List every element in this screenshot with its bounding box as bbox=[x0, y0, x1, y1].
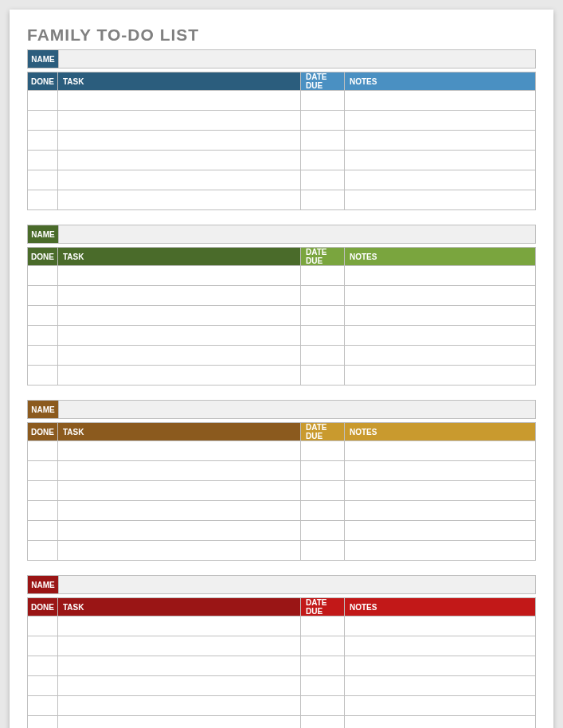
table-cell[interactable] bbox=[345, 346, 536, 366]
table-cell[interactable] bbox=[58, 131, 301, 151]
table-cell[interactable] bbox=[345, 441, 536, 461]
table-cell[interactable] bbox=[301, 521, 345, 541]
table-cell[interactable] bbox=[345, 151, 536, 170]
table-cell[interactable] bbox=[301, 501, 345, 521]
table-cell[interactable] bbox=[58, 696, 301, 716]
table-cell[interactable] bbox=[28, 676, 58, 696]
table-cell[interactable] bbox=[28, 170, 58, 190]
table-cell[interactable] bbox=[28, 521, 58, 541]
table-cell[interactable] bbox=[58, 326, 301, 346]
table-cell[interactable] bbox=[345, 696, 536, 716]
table-cell[interactable] bbox=[28, 541, 58, 561]
table-cell[interactable] bbox=[58, 521, 301, 541]
table-cell[interactable] bbox=[345, 616, 536, 636]
table-cell[interactable] bbox=[58, 656, 301, 676]
table-cell[interactable] bbox=[345, 656, 536, 676]
table-cell[interactable] bbox=[58, 676, 301, 696]
table-cell[interactable] bbox=[345, 190, 536, 210]
table-cell[interactable] bbox=[301, 91, 345, 111]
table-cell[interactable] bbox=[58, 170, 301, 190]
name-field[interactable] bbox=[59, 401, 536, 419]
table-cell[interactable] bbox=[301, 636, 345, 656]
table-cell[interactable] bbox=[28, 111, 58, 131]
table-cell[interactable] bbox=[28, 636, 58, 656]
table-cell[interactable] bbox=[28, 266, 58, 286]
table-cell[interactable] bbox=[58, 306, 301, 326]
table-cell[interactable] bbox=[58, 441, 301, 461]
table-cell[interactable] bbox=[301, 131, 345, 151]
table-cell[interactable] bbox=[28, 286, 58, 306]
table-cell[interactable] bbox=[28, 190, 58, 210]
table-cell[interactable] bbox=[58, 461, 301, 481]
table-cell[interactable] bbox=[345, 286, 536, 306]
table-cell[interactable] bbox=[345, 91, 536, 111]
table-cell[interactable] bbox=[345, 170, 536, 190]
table-cell[interactable] bbox=[345, 461, 536, 481]
table-cell[interactable] bbox=[345, 111, 536, 131]
table-cell[interactable] bbox=[58, 286, 301, 306]
name-field[interactable] bbox=[59, 576, 536, 594]
table-cell[interactable] bbox=[301, 190, 345, 210]
table-cell[interactable] bbox=[58, 190, 301, 210]
table-cell[interactable] bbox=[58, 366, 301, 386]
table-cell[interactable] bbox=[301, 266, 345, 286]
table-cell[interactable] bbox=[301, 111, 345, 131]
table-cell[interactable] bbox=[28, 346, 58, 366]
table-cell[interactable] bbox=[301, 306, 345, 326]
table-cell[interactable] bbox=[58, 481, 301, 501]
table-cell[interactable] bbox=[28, 481, 58, 501]
table-cell[interactable] bbox=[301, 286, 345, 306]
table-cell[interactable] bbox=[301, 716, 345, 729]
table-cell[interactable] bbox=[28, 131, 58, 151]
table-cell[interactable] bbox=[345, 366, 536, 386]
table-cell[interactable] bbox=[345, 501, 536, 521]
table-cell[interactable] bbox=[301, 326, 345, 346]
table-cell[interactable] bbox=[345, 716, 536, 729]
table-cell[interactable] bbox=[28, 616, 58, 636]
table-cell[interactable] bbox=[301, 616, 345, 636]
table-cell[interactable] bbox=[345, 131, 536, 151]
table-cell[interactable] bbox=[345, 306, 536, 326]
table-cell[interactable] bbox=[301, 696, 345, 716]
table-cell[interactable] bbox=[301, 541, 345, 561]
table-cell[interactable] bbox=[301, 151, 345, 170]
table-cell[interactable] bbox=[28, 326, 58, 346]
table-cell[interactable] bbox=[28, 306, 58, 326]
table-cell[interactable] bbox=[28, 151, 58, 170]
table-cell[interactable] bbox=[345, 326, 536, 346]
table-cell[interactable] bbox=[28, 91, 58, 111]
table-cell[interactable] bbox=[301, 441, 345, 461]
table-cell[interactable] bbox=[58, 616, 301, 636]
table-cell[interactable] bbox=[58, 636, 301, 656]
table-cell[interactable] bbox=[58, 266, 301, 286]
table-cell[interactable] bbox=[345, 676, 536, 696]
table-cell[interactable] bbox=[345, 541, 536, 561]
table-cell[interactable] bbox=[28, 441, 58, 461]
table-cell[interactable] bbox=[301, 461, 345, 481]
table-cell[interactable] bbox=[58, 541, 301, 561]
table-cell[interactable] bbox=[28, 366, 58, 386]
table-cell[interactable] bbox=[301, 481, 345, 501]
table-cell[interactable] bbox=[301, 656, 345, 676]
name-field[interactable] bbox=[59, 225, 536, 244]
table-cell[interactable] bbox=[345, 481, 536, 501]
table-cell[interactable] bbox=[301, 170, 345, 190]
table-cell[interactable] bbox=[58, 346, 301, 366]
table-cell[interactable] bbox=[58, 151, 301, 170]
table-cell[interactable] bbox=[345, 521, 536, 541]
table-cell[interactable] bbox=[28, 501, 58, 521]
table-cell[interactable] bbox=[301, 366, 345, 386]
name-field[interactable] bbox=[59, 50, 536, 68]
table-cell[interactable] bbox=[28, 656, 58, 676]
table-cell[interactable] bbox=[345, 266, 536, 286]
table-cell[interactable] bbox=[28, 696, 58, 716]
table-cell[interactable] bbox=[28, 716, 58, 729]
table-cell[interactable] bbox=[301, 346, 345, 366]
table-cell[interactable] bbox=[301, 676, 345, 696]
table-cell[interactable] bbox=[28, 461, 58, 481]
table-cell[interactable] bbox=[345, 636, 536, 656]
table-cell[interactable] bbox=[58, 91, 301, 111]
table-cell[interactable] bbox=[58, 111, 301, 131]
table-cell[interactable] bbox=[58, 716, 301, 729]
table-cell[interactable] bbox=[58, 501, 301, 521]
